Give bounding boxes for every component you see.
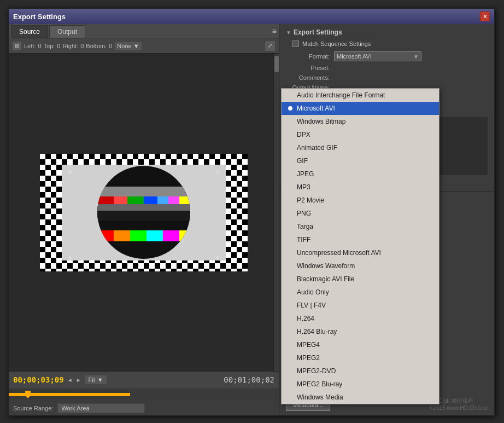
collapse-icon: ▼ [286,30,291,36]
right-label: Right: [62,43,78,49]
left-value: 0 [38,43,41,49]
dropdown-item-4[interactable]: Animated GIF [282,141,439,154]
preview-area: + + + + [9,54,279,371]
timeline-bar: 00;00;03;09 ◄ ► Fit ▼ 00;01;00;02 [9,372,279,388]
right-value: 0 [80,43,84,49]
preset-row: Preset: [286,65,488,71]
export-settings-header: ▼ Export Settings [286,28,488,36]
dropdown-item-18[interactable]: H.264 Blu-ray [282,325,439,338]
progress-bar-area[interactable] [9,389,279,400]
format-dropdown-overlay: Audio Interchange File FormatMicrosoft A… [281,88,439,404]
format-row: Format: Microsoft AVI ▼ [286,51,488,61]
comments-label: Comments: [286,74,330,81]
source-range-label: Source Range: [13,405,53,412]
svg-rect-13 [157,196,168,204]
next-frame-btn[interactable]: ► [76,377,81,383]
source-range-row: Source Range: Work Area Entire Sequence … [9,401,279,415]
crop-icon[interactable]: ⊞ [12,41,22,51]
svg-rect-20 [114,230,130,241]
fit-dropdown[interactable]: Fit ▼ [85,375,107,385]
svg-rect-11 [127,196,144,204]
svg-rect-21 [130,230,146,241]
test-pattern: + + + + [40,154,248,271]
svg-rect-14 [168,196,179,204]
tab-source[interactable]: Source [11,25,48,38]
svg-rect-9 [97,196,114,204]
dropdown-item-9[interactable]: PNG [282,207,439,220]
dropdown-item-6[interactable]: JPEG [282,167,439,181]
svg-rect-23 [163,230,179,241]
svg-text:+: + [68,167,72,176]
svg-rect-8 [97,187,190,196]
dropdown-item-11[interactable]: TIFF [282,233,439,246]
dropdown-item-20[interactable]: MPEG2 [282,351,439,364]
dropdown-item-10[interactable]: Targa [282,220,439,233]
svg-rect-12 [144,196,157,204]
svg-text:+: + [68,253,72,262]
preview-scrollbar[interactable] [273,54,279,371]
tab-output[interactable]: Output [49,25,85,38]
dropdown-item-15[interactable]: Audio Only [282,286,439,299]
format-label: Format: [286,53,330,60]
dropdown-item-7[interactable]: MP3 [282,181,439,194]
progress-handle[interactable] [25,391,31,398]
format-dropdown-wrapper: Microsoft AVI ▼ [334,51,421,61]
tab-bar: Source Output ≡ [9,24,279,38]
title-bar: Export Settings ✕ [9,9,494,24]
top-value: 0 [57,43,60,49]
expand-icon[interactable]: ⤢ [265,40,276,51]
dropdown-item-5[interactable]: GIF [282,154,439,167]
dropdown-item-3[interactable]: DPX [282,128,439,141]
svg-rect-17 [97,204,190,211]
svg-text:+: + [215,167,220,176]
match-sequence-row: Match Sequence Settings [292,40,488,47]
preset-label: Preset: [286,65,330,71]
dropdown-item-8[interactable]: P2 Movie [282,194,439,207]
bottom-controls: 00;00;03;09 ◄ ► Fit ▼ 00;01;00;02 So [9,371,279,415]
tab-menu-icon[interactable]: ≡ [272,27,277,36]
dropdown-item-16[interactable]: FLV | F4V [282,299,439,312]
dropdown-item-19[interactable]: MPEG4 [282,338,439,351]
dropdown-item-21[interactable]: MPEG2-DVD [282,364,439,378]
dropdown-item-12[interactable]: Uncompressed Microsoft AVI [282,246,439,259]
dropdown-item-1[interactable]: Microsoft AVI [282,102,439,115]
dropdown-item-17[interactable]: H.264 [282,312,439,325]
dropdown-item-22[interactable]: MPEG2 Blu-ray [282,378,439,391]
svg-text:+: + [215,253,220,262]
dropdown-item-2[interactable]: Windows Bitmap [282,115,439,128]
dialog-title: Export Settings [13,13,66,21]
dropdown-item-14[interactable]: Blackmagic AVI File [282,273,439,286]
bottom-value: 0 [109,43,112,49]
export-dialog: Export Settings ✕ Source Output ≡ ⊞ Left… [8,8,495,416]
format-dropdown-arrow: ▼ [413,54,419,60]
timecode-right: 00;01;00;02 [224,375,274,384]
svg-rect-10 [114,196,127,204]
comments-row: Comments: [286,74,488,81]
source-range-select[interactable]: Work Area Entire Sequence Custom Range [57,403,145,413]
format-select[interactable]: Microsoft AVI ▼ [334,51,421,61]
dropdown-item-0[interactable]: Audio Interchange File Format [282,89,439,102]
dropdown-item-23[interactable]: Windows Media [282,391,439,404]
timecode-left: 00;00;03;09 [13,375,64,384]
left-panel: Source Output ≡ ⊞ Left: 0 Top: 0 Right: … [9,24,279,415]
match-sequence-checkbox[interactable] [292,40,299,47]
svg-rect-18 [97,211,190,221]
svg-rect-22 [146,230,163,241]
top-label: Top: [44,43,55,49]
match-sequence-label: Match Sequence Settings [302,40,371,47]
none-dropdown[interactable]: None ▼ [114,42,142,50]
toolbar: ⊞ Left: 0 Top: 0 Right: 0 Bottom: 0 None… [9,38,279,54]
prev-frame-btn[interactable]: ◄ [67,377,73,383]
left-label: Left: [24,43,36,49]
dropdown-item-13[interactable]: Windows Waveform [282,259,439,273]
source-range-wrapper: Work Area Entire Sequence Custom Range [57,403,145,413]
bottom-label: Bottom: [86,43,107,49]
close-button[interactable]: ✕ [480,11,490,21]
